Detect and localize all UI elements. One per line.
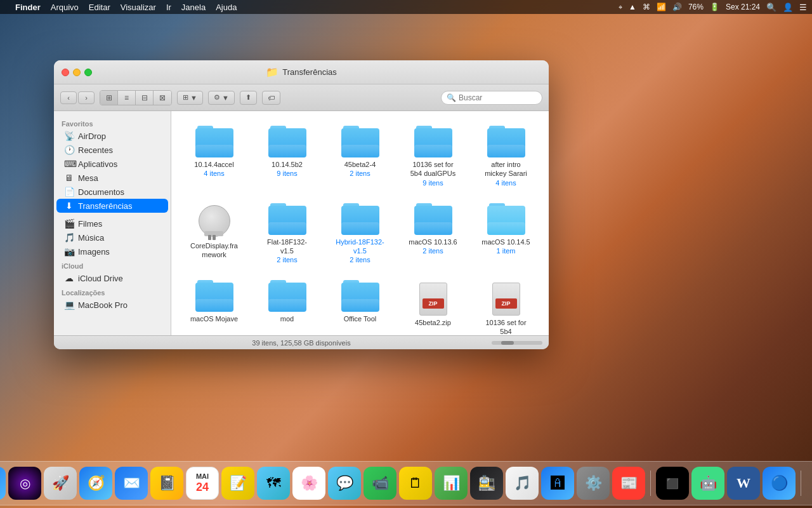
share-button[interactable]: ⬆	[240, 91, 257, 105]
sidebar-label-macbook: MacBook Pro	[78, 300, 128, 310]
dock-icon-terminal[interactable]: ⬛	[656, 467, 689, 500]
dock-icon-maps[interactable]: 🗺	[257, 467, 290, 500]
sound-icon[interactable]: 🔊	[672, 3, 682, 11]
tag-button[interactable]: 🏷	[262, 91, 280, 105]
minimize-button[interactable]	[73, 69, 81, 76]
sidebar-item-documentos[interactable]: 📄 Documentos	[56, 185, 168, 199]
file-name-6: CoreDisplay.framework	[189, 241, 240, 260]
dock-icon-mail[interactable]: ✉️	[115, 467, 148, 500]
menubar-ir[interactable]: Ir	[166, 3, 171, 12]
dock-icon-numbers[interactable]: 📊	[435, 467, 468, 500]
sidebar-item-macbook[interactable]: 💻 MacBook Pro	[56, 298, 168, 312]
dock-icon-word[interactable]: W	[727, 467, 760, 500]
sidebar-item-filmes[interactable]: 🎬 Filmes	[56, 217, 168, 231]
menubar-ajuda[interactable]: Ajuda	[216, 3, 237, 12]
search-box[interactable]: 🔍	[441, 91, 542, 105]
file-item-11[interactable]: macOS Mojave	[181, 275, 247, 335]
menu-icon[interactable]: ☰	[799, 3, 807, 12]
dock-icon-safari[interactable]: 🧭	[79, 467, 112, 500]
maximize-button[interactable]	[84, 69, 92, 76]
calendar-icon: MAI24	[196, 472, 209, 495]
wifi-icon[interactable]: ▲	[629, 3, 636, 11]
dock-icon-music[interactable]: 🎵	[506, 467, 539, 500]
dock-icon-calendar[interactable]: MAI24	[186, 467, 219, 500]
dock-icon-stickies[interactable]: 📝	[221, 467, 254, 500]
file-item-8[interactable]: Hybrid-18F132-v1.5 2 itens	[327, 198, 393, 269]
sidebar-item-airdrop[interactable]: 📡 AirDrop	[56, 129, 168, 143]
file-item-5[interactable]: after intro mickey Sarari 4 itens	[473, 121, 539, 192]
dock-divider	[650, 471, 651, 496]
back-button[interactable]: ‹	[60, 91, 77, 104]
bluetooth-icon[interactable]: ⌘	[643, 3, 650, 11]
file-name-11: macOS Mojave	[190, 314, 238, 323]
folder-icon-5	[487, 126, 525, 157]
sidebar-item-imagens[interactable]: 📷 Imagens	[56, 244, 168, 258]
file-item-1[interactable]: 10.14.4accel 4 itens	[181, 121, 247, 192]
column-view-button[interactable]: ⊟	[136, 91, 154, 105]
framework-icon	[197, 203, 232, 239]
folder-icon-13	[341, 280, 379, 312]
dock-icon-facetime[interactable]: 📹	[363, 467, 396, 500]
menubar-visualizar[interactable]: Visualizar	[121, 3, 156, 12]
dock-icon-transit[interactable]: 🚉	[470, 467, 503, 500]
dock-icon-news[interactable]: 📰	[612, 467, 645, 500]
dock-icon-blue[interactable]: 🔵	[763, 467, 796, 500]
dock-icon-siri[interactable]: ◎	[8, 467, 41, 500]
file-item-15[interactable]: ZIP 10136 set for 5b4	[473, 275, 539, 335]
list-view-button[interactable]: ≡	[118, 91, 136, 105]
file-item-6[interactable]: CoreDisplay.framework	[181, 198, 247, 269]
sidebar-item-mesa[interactable]: 🖥 Mesa	[56, 171, 168, 185]
menubar-editar[interactable]: Editar	[89, 3, 110, 12]
scroll-indicator[interactable]	[492, 341, 542, 345]
view-options-arrow: ▼	[190, 94, 197, 102]
dock-icon-trash[interactable]: 🗑	[806, 467, 812, 500]
dock-icon-notes[interactable]: 📓	[150, 467, 183, 500]
sidebar-item-musica[interactable]: 🎵 Música	[56, 231, 168, 244]
wifi2-icon[interactable]: 📶	[657, 3, 666, 11]
icon-view-button[interactable]: ⊞	[100, 91, 118, 105]
folder-icon-12	[268, 280, 306, 312]
search-icon[interactable]: 🔍	[766, 3, 776, 12]
sidebar-item-aplicativos[interactable]: ⌨ Aplicativos	[56, 157, 168, 171]
sidebar-item-icloud[interactable]: ☁ iCloud Drive	[56, 271, 168, 285]
zip-icon-14: ZIP	[417, 280, 450, 316]
file-item-4[interactable]: 10136 set for 5b4 dualGPUs 9 itens	[400, 121, 466, 192]
dock-icon-appstore[interactable]: 🅰	[541, 467, 574, 500]
file-item-14[interactable]: ZIP 45beta2.zip	[400, 275, 466, 335]
file-item-13[interactable]: Office Tool	[327, 275, 393, 335]
file-item-9[interactable]: macOS 10.13.6 2 itens	[400, 198, 466, 269]
file-item-10[interactable]: macOS 10.14.5 1 item	[473, 198, 539, 269]
file-item-7[interactable]: Flat-18F132-v1.5 2 itens	[254, 198, 320, 269]
close-button[interactable]	[62, 69, 69, 76]
stickies2-icon: 🗒	[409, 475, 422, 491]
safari-icon: 🧭	[88, 475, 105, 491]
search-input[interactable]	[459, 93, 537, 102]
sidebar-item-transferencias[interactable]: ⬇ Transferências	[56, 199, 168, 213]
dock-icon-messages[interactable]: 💬	[328, 467, 361, 500]
dock-divider-2	[801, 471, 801, 496]
folder-icon-1	[195, 126, 233, 157]
word-icon: W	[737, 475, 750, 491]
dock-icon-photos[interactable]: 🌸	[292, 467, 325, 500]
menubar-left: Finder Arquivo Editar Visualizar Ir Jane…	[5, 3, 237, 12]
view-options-button[interactable]: ⊞ ▼	[177, 91, 203, 105]
sidebar-item-recentes[interactable]: 🕐 Recentes	[56, 143, 168, 157]
menubar-janela[interactable]: Janela	[181, 3, 206, 12]
user-icon[interactable]: 👤	[783, 3, 793, 12]
file-item-2[interactable]: 10.14.5b2 9 itens	[254, 121, 320, 192]
cover-view-button[interactable]: ⊠	[154, 91, 171, 105]
dock-icon-android[interactable]: 🤖	[691, 467, 724, 500]
forward-button[interactable]: ›	[78, 91, 95, 104]
file-item-3[interactable]: 45beta2-4 2 itens	[327, 121, 393, 192]
dock-icon-stickies2[interactable]: 🗒	[399, 467, 432, 500]
notes-icon: 📓	[159, 475, 176, 491]
menubar-arquivo[interactable]: Arquivo	[51, 3, 79, 12]
file-item-12[interactable]: mod	[254, 275, 320, 335]
transferencias-icon: ⬇	[64, 201, 74, 211]
menubar-finder[interactable]: Finder	[15, 3, 41, 12]
dock-icon-launchpad[interactable]: 🚀	[44, 467, 77, 500]
dock-icon-systemprefs[interactable]: ⚙️	[577, 467, 610, 500]
action-button[interactable]: ⚙ ▼	[208, 91, 235, 105]
android-icon: 🤖	[700, 475, 717, 491]
dock-icon-finder[interactable]: 🟦	[0, 467, 6, 500]
